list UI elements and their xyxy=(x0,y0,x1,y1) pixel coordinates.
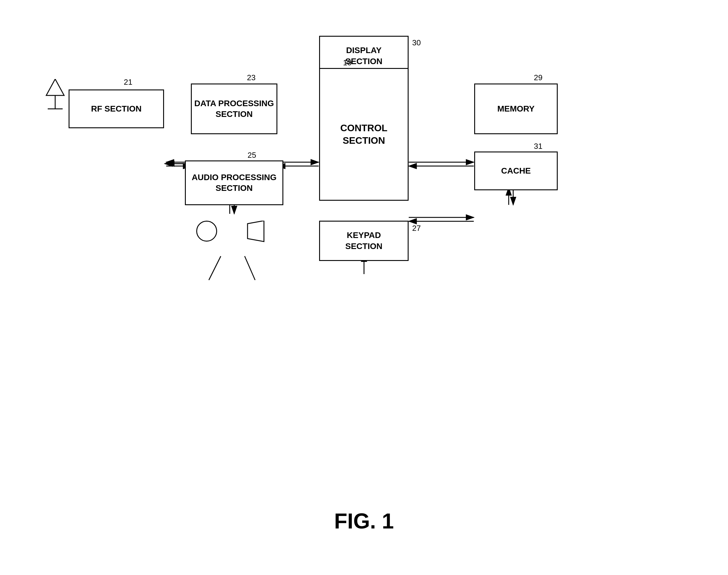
diagram-container: RF SECTION 21 DATA PROCESSINGSECTION 23 … xyxy=(18,18,710,557)
control-ref: 10 xyxy=(343,58,352,67)
data-processing-label: DATA PROCESSINGSECTION xyxy=(194,98,274,120)
rf-section-block: RF SECTION xyxy=(69,90,164,128)
audio-processing-label: AUDIO PROCESSINGSECTION xyxy=(192,172,277,194)
svg-line-20 xyxy=(209,256,221,280)
figure-label: FIG. 1 xyxy=(334,509,394,533)
data-processing-block: DATA PROCESSINGSECTION xyxy=(191,83,277,134)
cache-block: CACHE xyxy=(474,151,558,190)
audio-processing-block: AUDIO PROCESSINGSECTION xyxy=(185,161,283,205)
control-section-label: CONTROLSECTION xyxy=(340,122,387,147)
display-ref: 30 xyxy=(412,38,421,47)
data-processing-ref: 23 xyxy=(247,73,255,82)
speaker-icon xyxy=(245,221,267,244)
antenna-symbol xyxy=(43,79,67,116)
keypad-ref: 27 xyxy=(412,224,421,233)
cache-label: CACHE xyxy=(501,166,531,176)
memory-label: MEMORY xyxy=(497,103,535,114)
keypad-section-block: KEYPADSECTION xyxy=(319,221,409,261)
svg-line-21 xyxy=(245,256,255,280)
rf-section-label: RF SECTION xyxy=(91,103,142,114)
microphone-icon xyxy=(196,221,217,242)
cache-ref: 31 xyxy=(534,142,543,151)
rf-ref: 21 xyxy=(124,77,132,87)
control-section-block: CONTROLSECTION xyxy=(319,68,409,201)
svg-marker-22 xyxy=(46,79,64,95)
memory-ref: 29 xyxy=(534,73,543,82)
memory-block: MEMORY xyxy=(474,83,558,134)
keypad-section-label: KEYPADSECTION xyxy=(345,230,382,252)
svg-marker-25 xyxy=(247,221,264,242)
audio-ref: 25 xyxy=(247,150,256,160)
